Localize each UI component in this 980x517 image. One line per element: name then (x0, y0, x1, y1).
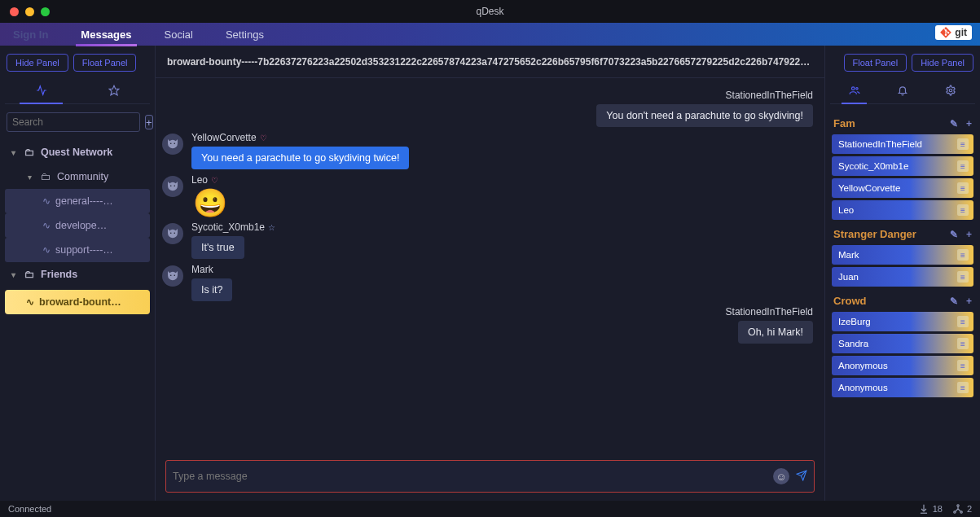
channel-general[interactable]: ∿ general----… (5, 189, 150, 213)
star-icon (108, 85, 120, 96)
member-menu-button[interactable]: ≡ (957, 360, 969, 371)
folder-icon: 🗀 (41, 171, 52, 182)
minimize-window-button[interactable] (25, 7, 34, 16)
hide-panel-button-right[interactable]: Hide Panel (912, 54, 973, 72)
tree-friends[interactable]: ▾ 🗀 Friends (5, 262, 150, 287)
member-name: YellowCorvette (838, 183, 900, 193)
edit-group-button[interactable]: ✎ (950, 118, 958, 129)
git-badge[interactable]: git (935, 25, 972, 40)
member-item[interactable]: Mark≡ (832, 245, 973, 265)
signin-link[interactable]: Sign In (13, 28, 48, 41)
chevron-down-icon: ▾ (11, 270, 20, 279)
float-panel-button-right[interactable]: Float Panel (844, 54, 907, 72)
notifications-tab[interactable] (879, 77, 927, 103)
tree-root-quest[interactable]: ▾ 🗀 Quest Network (5, 140, 150, 164)
favorites-tab[interactable] (77, 77, 150, 103)
message-input[interactable] (173, 471, 767, 482)
message-list[interactable]: StationedInTheFieldYou don't need a para… (156, 78, 824, 455)
status-bar: Connected 18 2 (0, 501, 980, 517)
member-item[interactable]: Leo≡ (832, 200, 973, 220)
member-item[interactable]: Juan≡ (832, 267, 973, 287)
edit-group-button[interactable]: ✎ (950, 229, 958, 240)
member-menu-button[interactable]: ≡ (957, 204, 969, 216)
svg-point-15 (954, 511, 956, 513)
member-name: StationedInTheField (838, 139, 922, 149)
channel-header: broward-bounty-----7b22637276223a22502d3… (156, 46, 824, 78)
member-name: Leo (838, 205, 854, 215)
member-menu-button[interactable]: ≡ (957, 338, 969, 349)
member-menu-button[interactable]: ≡ (957, 249, 969, 261)
chevron-down-icon: ▾ (11, 148, 20, 157)
message-row: StationedInTheFieldOh, hi Mark! (162, 306, 813, 344)
maximize-window-button[interactable] (41, 7, 50, 16)
group-title: Fam (833, 117, 855, 129)
tree-community[interactable]: ▾ 🗀 Community (5, 164, 150, 189)
message-composer: ☺ (165, 460, 815, 493)
channel-title: broward-bounty-----7b22637276223a22502d3… (167, 56, 813, 68)
member-menu-button[interactable]: ≡ (957, 160, 969, 172)
member-item[interactable]: Anonymous≡ (832, 378, 973, 397)
left-panel: Hide Panel Float Panel + ▾ 🗀 Quest Netwo… (0, 46, 155, 501)
avatar (162, 176, 183, 197)
add-member-button[interactable]: + (966, 229, 972, 240)
svg-point-14 (957, 505, 959, 506)
member-item[interactable]: Sandra≡ (832, 334, 973, 353)
activity-icon: ∿ (42, 195, 51, 207)
hide-panel-button[interactable]: Hide Panel (7, 54, 68, 72)
member-item[interactable]: YellowCorvette≡ (832, 178, 973, 198)
send-icon (796, 470, 807, 481)
add-member-button[interactable]: + (966, 296, 972, 307)
member-item[interactable]: Sycotic_X0mb1e≡ (832, 156, 973, 176)
channel-develop[interactable]: ∿ develope… (5, 213, 150, 238)
settings-tab[interactable] (927, 77, 975, 103)
message-bubble: Is it? (191, 278, 232, 301)
activity-icon: ∿ (42, 220, 51, 231)
peers-indicator[interactable]: 2 (952, 503, 972, 515)
member-item[interactable]: Anonymous≡ (832, 356, 973, 375)
connection-status: Connected (8, 504, 51, 514)
message-author: Leo♡ (191, 174, 218, 186)
channel-tree: ▾ 🗀 Quest Network ▾ 🗀 Community ∿ genera… (0, 140, 155, 318)
member-name: Sycotic_X0mb1e (838, 161, 908, 171)
group-header: Fam✎+ (833, 117, 972, 129)
member-menu-button[interactable]: ≡ (957, 382, 969, 393)
add-member-button[interactable]: + (966, 118, 972, 129)
message-author: YellowCorvette♡ (191, 132, 267, 143)
message-author: Sycotic_X0mb1e☆ (191, 221, 275, 233)
friend-broward-bounty[interactable]: ∿ broward-bount… (5, 290, 150, 314)
downloads-indicator[interactable]: 18 (918, 503, 943, 515)
emoji-picker-button[interactable]: ☺ (773, 468, 789, 484)
activity-tab[interactable] (5, 77, 77, 103)
svg-point-11 (851, 86, 855, 90)
tab-social[interactable]: Social (148, 23, 209, 46)
member-menu-button[interactable]: ≡ (957, 182, 969, 194)
top-tab-bar: Sign In Messages Social Settings git (0, 23, 980, 46)
bell-icon (897, 85, 908, 96)
member-name: Anonymous (838, 383, 888, 392)
people-tab[interactable] (830, 77, 878, 103)
edit-group-button[interactable]: ✎ (950, 296, 958, 307)
add-button[interactable]: + (145, 115, 153, 129)
channel-support[interactable]: ∿ support----… (5, 238, 150, 262)
close-window-button[interactable] (10, 7, 19, 16)
member-name: Mark (838, 250, 859, 260)
message-row: MarkIs it? (162, 264, 813, 301)
member-item[interactable]: StationedInTheField≡ (832, 134, 973, 154)
send-button[interactable] (796, 470, 807, 484)
search-input[interactable] (7, 112, 140, 132)
member-item[interactable]: IzeBurg≡ (832, 312, 973, 331)
svg-point-8 (174, 275, 176, 277)
member-menu-button[interactable]: ≡ (957, 271, 969, 283)
gear-icon (945, 85, 956, 96)
group-header: Crowd✎+ (833, 295, 972, 307)
member-menu-button[interactable]: ≡ (957, 138, 969, 150)
message-bubble: It's true (191, 236, 244, 259)
float-panel-button[interactable]: Float Panel (73, 54, 137, 72)
tab-settings[interactable]: Settings (209, 23, 280, 46)
message-row: StationedInTheFieldYou don't need a para… (162, 90, 813, 127)
member-groups: Fam✎+StationedInTheField≡Sycotic_X0mb1e≡… (825, 104, 980, 501)
tab-messages[interactable]: Messages (64, 23, 147, 46)
member-menu-button[interactable]: ≡ (957, 316, 969, 327)
folder-icon: 🗀 (24, 147, 36, 158)
message-emoji: 😀 (191, 189, 227, 217)
